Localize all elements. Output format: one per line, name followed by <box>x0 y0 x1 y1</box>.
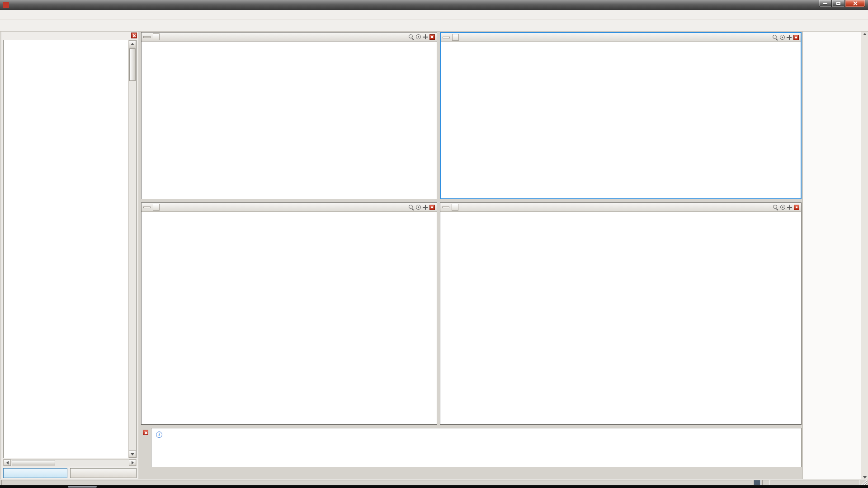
scroll-thumb[interactable] <box>129 48 136 81</box>
viewport-maximize-icon[interactable] <box>429 205 435 210</box>
close-button[interactable] <box>845 0 865 7</box>
commands-panel <box>802 32 861 480</box>
pan-icon[interactable] <box>787 35 792 40</box>
resize-grip[interactable] <box>861 480 867 485</box>
arrow-down-icon <box>131 453 134 455</box>
close-icon <box>853 1 858 6</box>
toolbar <box>0 19 868 32</box>
viewport-back-button[interactable] <box>452 204 458 211</box>
viewport-top-header <box>142 33 437 42</box>
hide-all-button[interactable] <box>70 468 137 478</box>
orbit-icon[interactable] <box>780 205 785 210</box>
pan-icon[interactable] <box>423 205 428 210</box>
app-icon <box>3 2 9 8</box>
status-auto[interactable] <box>762 480 769 485</box>
arrow-left-icon <box>6 461 9 465</box>
materials-rows <box>4 40 128 458</box>
materials-panel <box>1 32 138 480</box>
maximize-icon <box>836 2 840 5</box>
scroll-track[interactable] <box>129 82 136 450</box>
panel-close-button[interactable] <box>131 33 137 38</box>
message-log: i <box>151 428 802 467</box>
viewport-user-header <box>440 203 801 212</box>
message-close-button[interactable] <box>143 430 148 435</box>
pan-icon[interactable] <box>787 205 792 210</box>
status-cursor <box>771 480 859 485</box>
commands-scroll-strip[interactable] <box>861 32 868 480</box>
menu-bar <box>0 10 868 19</box>
orbit-icon[interactable] <box>780 35 785 40</box>
status-mode-badge <box>754 480 761 485</box>
zoom-icon[interactable] <box>409 205 414 210</box>
viewport-top <box>141 32 437 199</box>
arrow-up-icon <box>131 43 134 45</box>
close-icon <box>132 33 137 38</box>
viewport-left-header <box>441 33 801 42</box>
minimize-button[interactable] <box>819 0 832 7</box>
maximize-button[interactable] <box>832 0 845 7</box>
scroll-down-button[interactable] <box>129 450 136 458</box>
close-icon <box>143 430 148 435</box>
orbit-icon[interactable] <box>416 34 421 39</box>
viewport-3d <box>141 202 437 425</box>
arrow-right-icon <box>132 461 134 465</box>
status-message-area <box>1 480 752 485</box>
viewport-back-button[interactable] <box>452 34 459 41</box>
viewport-canvas-top[interactable] <box>142 42 437 199</box>
scroll-right-button[interactable] <box>129 460 136 466</box>
viewport-label-tab[interactable] <box>143 206 151 208</box>
viewport-label-tab[interactable] <box>442 206 449 208</box>
title-bar <box>0 0 868 10</box>
show-all-button[interactable] <box>3 468 67 478</box>
viewport-canvas-left[interactable] <box>441 42 801 198</box>
viewport-label-tab[interactable] <box>143 36 151 38</box>
scroll-up-button[interactable] <box>129 40 136 47</box>
taskbar-edge-highlight <box>68 486 97 488</box>
materials-scrollbar[interactable] <box>128 40 136 458</box>
viewport-maximize-icon[interactable] <box>793 35 799 40</box>
zoom-icon[interactable] <box>409 34 414 40</box>
status-bar <box>0 479 868 485</box>
zoom-icon[interactable] <box>773 35 778 40</box>
viewport-canvas-user[interactable] <box>440 212 801 424</box>
materials-list <box>3 40 137 458</box>
hscroll-track[interactable] <box>56 460 129 466</box>
arrow-down-icon[interactable] <box>863 476 867 479</box>
viewport-back-button[interactable] <box>153 33 160 40</box>
arrow-up-icon[interactable] <box>863 33 867 35</box>
window-controls <box>819 0 865 7</box>
hscroll-thumb[interactable] <box>12 460 55 465</box>
viewport-left <box>440 32 802 199</box>
minimize-icon <box>823 3 827 4</box>
viewport-back-button[interactable] <box>153 204 160 211</box>
viewport-label-tab[interactable] <box>443 37 450 38</box>
zoom-icon[interactable] <box>773 205 778 210</box>
viewport-canvas-3d[interactable] <box>142 212 437 424</box>
pan-icon[interactable] <box>423 34 428 39</box>
orbit-icon[interactable] <box>416 205 421 210</box>
materials-hscrollbar[interactable] <box>3 459 137 466</box>
taskbar-edge <box>0 485 868 488</box>
info-icon: i <box>156 432 162 438</box>
viewport-3d-header <box>142 203 437 212</box>
scroll-left-button[interactable] <box>4 460 11 466</box>
viewport-maximize-icon[interactable] <box>429 34 435 40</box>
viewport-user <box>440 202 802 425</box>
viewport-maximize-icon[interactable] <box>794 205 799 210</box>
